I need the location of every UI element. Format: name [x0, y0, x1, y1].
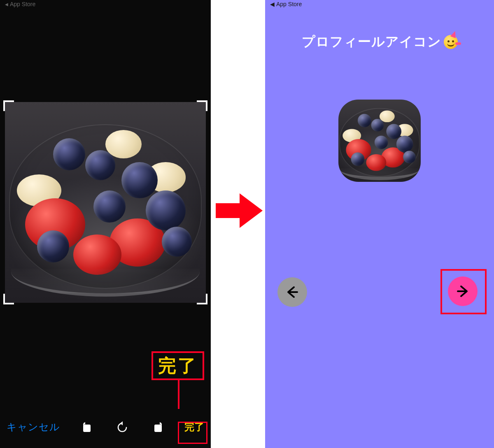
crop-handle-top-right-icon[interactable] [197, 100, 207, 111]
crop-frame[interactable] [5, 102, 206, 303]
back-button[interactable] [277, 277, 307, 307]
crop-handle-bottom-right-icon[interactable] [197, 294, 207, 304]
avatar-preview[interactable] [338, 100, 421, 182]
rotate-left-icon [80, 420, 93, 434]
undo-button[interactable] [112, 420, 132, 434]
back-chevron-icon: ◀ [5, 2, 8, 7]
annotation-next-highlight-icon [440, 269, 487, 314]
annotation-done-label: 完了 [151, 351, 204, 380]
back-chevron-icon: ◀ [270, 1, 275, 7]
crop-handle-top-left-icon[interactable] [3, 100, 14, 111]
undo-icon [115, 420, 129, 434]
arrow-left-icon [285, 285, 300, 299]
photo-preview[interactable] [5, 102, 206, 303]
rotate-right-icon [152, 420, 165, 434]
crop-handle-bottom-left-icon[interactable] [3, 294, 14, 304]
rotate-right-button[interactable] [149, 420, 168, 434]
svg-rect-0 [83, 425, 91, 432]
status-bar-back[interactable]: ◀ App Store [270, 1, 302, 7]
statusbar-back-label: App Store [10, 1, 35, 7]
crop-editor-screen: ◀ App Store [0, 0, 211, 448]
annotation-leader-line-icon [178, 380, 179, 409]
cancel-button[interactable]: キャンセル [7, 420, 60, 434]
party-face-emoji-icon [444, 35, 458, 49]
page-title: プロフィールアイコン [265, 33, 494, 51]
tutorial-next-arrow-icon [216, 193, 263, 229]
status-bar-back[interactable]: ◀ App Store [5, 1, 35, 7]
statusbar-back-label: App Store [276, 1, 302, 7]
rotate-left-button[interactable] [77, 420, 96, 434]
profile-icon-screen: ◀ App Store プロフィールアイコン [265, 0, 494, 448]
annotation-done-highlight-icon [178, 422, 207, 444]
svg-rect-1 [154, 425, 162, 432]
